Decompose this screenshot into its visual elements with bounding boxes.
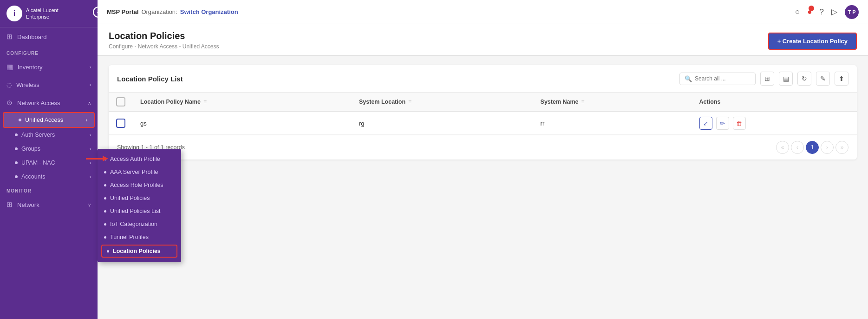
col-header-location: System Location ≡: [352, 93, 533, 112]
sidebar-item-groups[interactable]: Groups ›: [0, 142, 98, 156]
flyout-dot-5: [104, 223, 106, 226]
sidebar: i Alcatel-Lucent Enterprise ◀ ⊞ Dashboar…: [0, 0, 98, 319]
row-checkbox-cell[interactable]: [109, 112, 133, 135]
wireless-chevron: ›: [90, 82, 91, 87]
sidebar-item-network[interactable]: ⊞ Network ∨: [0, 195, 98, 214]
filter-button[interactable]: ▤: [779, 72, 793, 86]
msp-portal-label: MSP Portal: [107, 8, 138, 15]
sidebar-item-accounts[interactable]: Accounts ›: [0, 170, 98, 184]
edit-row-button[interactable]: ✏: [716, 117, 729, 130]
breadcrumb-unified-access: Unified Access: [179, 43, 219, 50]
delete-row-button[interactable]: 🗑: [733, 117, 746, 130]
flyout-aaa-server-profile[interactable]: AAA Server Profile: [98, 166, 181, 179]
page-header: Location Policies Configure Network Acce…: [98, 24, 868, 56]
topbar-right: ○ ● ? ▷ T P: [795, 5, 859, 19]
flyout-iot-categorization[interactable]: IoT Categorization: [98, 218, 181, 231]
select-all-header[interactable]: [109, 93, 133, 112]
flyout-dot-1: [104, 171, 106, 173]
pagination-row: Showing 1 - 1 of 1 records « ‹ 1 › »: [109, 135, 857, 160]
prev-page-button[interactable]: ‹: [791, 141, 804, 154]
edit-table-button[interactable]: ✎: [816, 72, 830, 86]
org-label: Organization:: [141, 8, 177, 15]
page-header-left: Location Policies Configure Network Acce…: [109, 31, 219, 55]
card-toolbar: 🔍 ⊞ ▤ ↻ ✎ ⬆: [679, 72, 848, 86]
network-access-icon: ⊙: [7, 99, 13, 107]
content-area: Location Policy List 🔍 ⊞ ▤ ↻ ✎ ⬆: [98, 56, 868, 319]
inventory-icon: ▦: [7, 63, 13, 71]
flyout-access-role-profiles[interactable]: Access Role Profiles: [98, 179, 181, 192]
row-policy-name: gs: [133, 112, 352, 135]
first-page-button[interactable]: «: [776, 141, 789, 154]
flyout-unified-policies[interactable]: Unified Policies: [98, 192, 181, 205]
expand-button[interactable]: ⤢: [699, 117, 712, 130]
row-actions-cell: ⤢ ✏ 🗑: [692, 112, 857, 135]
help-icon[interactable]: ?: [820, 7, 824, 17]
breadcrumb-configure: Configure: [109, 43, 133, 50]
dashboard-icon: ⊞: [7, 33, 13, 41]
sort-system-name-icon[interactable]: ≡: [581, 99, 585, 105]
create-location-policy-button[interactable]: + Create Location Policy: [768, 33, 857, 50]
breadcrumb-network-access: Network Access: [134, 43, 177, 50]
search-input[interactable]: [695, 75, 751, 82]
sort-name-icon[interactable]: ≡: [203, 99, 207, 105]
location-policy-card: Location Policy List 🔍 ⊞ ▤ ↻ ✎ ⬆: [109, 65, 857, 160]
accounts-dot: [15, 175, 18, 178]
flyout-dot-3: [104, 197, 106, 199]
unified-access-dot: [19, 119, 21, 121]
sidebar-item-inventory[interactable]: ▦ Inventory ›: [0, 58, 98, 76]
flyout-tunnel-profiles[interactable]: Tunnel Profiles: [98, 231, 181, 244]
search-icon: 🔍: [685, 75, 692, 82]
auth-servers-chevron: ›: [90, 133, 91, 138]
sidebar-item-upam-nac[interactable]: UPAM - NAC ›: [0, 156, 98, 170]
add-column-button[interactable]: ⊞: [760, 72, 774, 86]
notification-icon[interactable]: ●: [807, 7, 812, 17]
page-1-button[interactable]: 1: [806, 141, 819, 154]
monitor-section-label: MONITOR: [0, 184, 98, 195]
page-title: Location Policies: [109, 31, 219, 41]
flyout-dot-2: [104, 184, 106, 186]
flyout-location-policies[interactable]: Location Policies: [101, 245, 177, 258]
refresh-button[interactable]: ↻: [797, 72, 811, 86]
topbar: MSP Portal Organization: Switch Organiza…: [98, 0, 868, 24]
card-header: Location Policy List 🔍 ⊞ ▤ ↻ ✎ ⬆: [109, 65, 857, 93]
upam-nac-dot: [15, 161, 18, 164]
main-content: MSP Portal Organization: Switch Organiza…: [98, 0, 868, 319]
accounts-chevron: ›: [90, 174, 91, 179]
notification-badge: [809, 6, 814, 11]
card-title: Location Policy List: [117, 75, 183, 83]
flyout-unified-policies-list[interactable]: Unified Policies List: [98, 205, 181, 218]
groups-chevron: ›: [90, 146, 91, 152]
unified-access-chevron: ›: [86, 118, 87, 123]
sidebar-toggle[interactable]: ◀: [93, 7, 98, 18]
sidebar-item-wireless[interactable]: ◌ Wireless ›: [0, 76, 98, 93]
row-action-buttons: ⤢ ✏ 🗑: [699, 117, 849, 130]
row-system-name: rr: [533, 112, 692, 135]
next-page-button[interactable]: ›: [821, 141, 834, 154]
network-access-chevron: ∧: [88, 100, 91, 106]
upload-button[interactable]: ⬆: [835, 72, 848, 86]
flyout-menu: Access Auth Profile AAA Server Profile A…: [98, 149, 181, 262]
topbar-left: MSP Portal Organization: Switch Organiza…: [107, 8, 238, 15]
inventory-chevron: ›: [90, 65, 91, 70]
network-icon: ⊞: [7, 200, 13, 209]
row-system-location: rg: [352, 112, 533, 135]
groups-dot: [15, 147, 18, 150]
sidebar-item-auth-servers[interactable]: Auth Servers ›: [0, 128, 98, 142]
upam-nac-chevron: ›: [90, 160, 91, 166]
flyout-dot-6: [104, 236, 106, 239]
sidebar-item-dashboard[interactable]: ⊞ Dashboard: [0, 27, 98, 46]
search-box: 🔍: [679, 73, 756, 85]
broadcast-icon[interactable]: ▷: [831, 7, 837, 17]
flyout-access-auth-profile[interactable]: Access Auth Profile: [98, 153, 181, 166]
switch-org-link[interactable]: Switch Organization: [180, 8, 238, 15]
row-checkbox[interactable]: [116, 119, 125, 128]
location-policy-table: Location Policy Name ≡ System Location ≡: [109, 93, 857, 135]
last-page-button[interactable]: »: [835, 141, 848, 154]
sidebar-item-network-access[interactable]: ⊙ Network Access ∧: [0, 93, 98, 112]
select-all-checkbox[interactable]: [116, 97, 125, 106]
user-avatar[interactable]: T P: [845, 5, 859, 19]
search-topbar-icon[interactable]: ○: [795, 7, 800, 17]
sort-location-icon[interactable]: ≡: [408, 99, 411, 105]
sidebar-item-unified-access[interactable]: Unified Access ›: [3, 112, 95, 128]
flyout-dot-7: [107, 250, 109, 253]
